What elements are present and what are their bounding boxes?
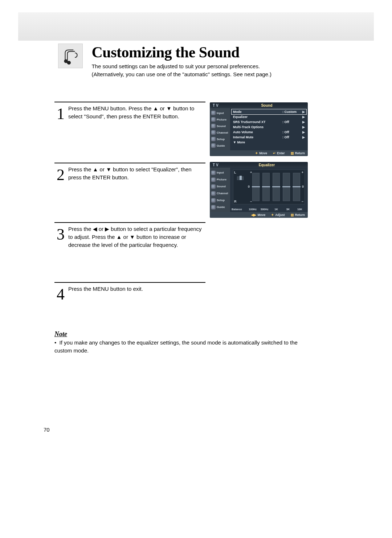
input-icon — [211, 111, 216, 115]
sidebar-item-picture[interactable]: Picture — [210, 178, 230, 182]
return-icon: ▥ — [291, 151, 294, 155]
chevron-right-icon: ▶ — [302, 125, 305, 129]
step: 3 Press the ◀ or ▶ button to select a pa… — [54, 225, 205, 249]
chevron-right-icon: ▶ — [302, 135, 305, 139]
osd-sound-menu: T V Sound Input Picture Sound Channel Se… — [210, 102, 308, 156]
menu-row-mode[interactable]: Mode: Custom▶ — [232, 109, 306, 114]
guide-icon — [211, 143, 216, 148]
step: 1 Press the MENU button. Press the ▲ or … — [54, 105, 205, 122]
step-rule — [54, 282, 205, 283]
minus-icon: − — [302, 200, 303, 203]
sound-section-icon — [58, 44, 83, 68]
osd-sidebar: Input Picture Sound Channel Setup Guide — [210, 108, 230, 150]
enter-icon: ↵ — [273, 151, 276, 155]
sidebar-item-sound[interactable]: Sound — [210, 124, 230, 128]
guide-icon — [211, 205, 216, 209]
step: 2 Press the ▲ or ▼ button to select "Equ… — [54, 166, 205, 183]
page: Customizing the Sound The sound settings… — [0, 0, 392, 538]
osd-tv-label: T V — [210, 103, 233, 107]
osd-footer: ◀▶Move ✦Adjust ▥Return — [210, 212, 308, 218]
setup-icon — [211, 137, 216, 141]
note-heading: Note — [54, 330, 312, 338]
footer-adjust: ✦Adjust — [271, 213, 285, 217]
menu-row-srs[interactable]: SRS TruSurround XT: Off▶ — [232, 119, 306, 125]
page-subtitle: The sound settings can be adjusted to su… — [91, 62, 271, 78]
balance-knob — [240, 176, 242, 180]
step: 4 Press the MENU button to exit. — [54, 285, 205, 302]
menu-row-internalmute[interactable]: Internal Mute: Off▶ — [232, 135, 306, 140]
equalizer-chart[interactable]: L R + + − − 0 0 — [233, 170, 305, 204]
chevron-right-icon: ▶ — [302, 110, 305, 114]
step-number: 4 — [54, 286, 67, 302]
balance-label: Balance — [232, 208, 247, 211]
eq-bar-100hz[interactable] — [252, 173, 260, 201]
minus-icon: − — [250, 200, 252, 203]
step-number: 1 — [54, 106, 67, 122]
step-rule — [54, 102, 205, 102]
chevron-right-icon: ▶ — [302, 120, 305, 124]
eq-bar-3k[interactable] — [283, 173, 290, 201]
note-block: Note • If you make any changes to the eq… — [54, 330, 312, 355]
updown-icon: ✦ — [255, 151, 258, 155]
osd-main-panel: Mode: Custom▶ Equalizer▶ SRS TruSurround… — [230, 108, 308, 150]
eq-slider-handle — [282, 186, 290, 187]
return-icon: ▥ — [291, 213, 294, 217]
eq-axis-labels: Balance 100Hz 300Hz 1K 3K 10K — [232, 208, 306, 211]
balance-slider[interactable] — [235, 174, 246, 196]
step-number: 3 — [54, 227, 67, 242]
sidebar-item-picture[interactable]: Picture — [210, 117, 230, 122]
menu-row-equalizer[interactable]: Equalizer▶ — [232, 114, 306, 119]
sound-icon — [211, 184, 216, 189]
menu-row-more[interactable]: ▼ More — [232, 140, 306, 145]
eq-bars — [252, 173, 300, 201]
osd-sidebar: Input Picture Sound Channel Setup Guide — [210, 168, 230, 212]
osd-title: Equalizer — [233, 163, 301, 167]
step-rule — [54, 222, 205, 223]
eq-slider-handle — [272, 186, 280, 187]
sidebar-item-channel[interactable]: Channel — [210, 191, 230, 196]
svg-rect-0 — [58, 44, 82, 68]
sidebar-item-channel[interactable]: Channel — [210, 130, 230, 135]
updown-icon: ✦ — [271, 213, 274, 217]
channel-icon — [211, 130, 216, 135]
osd-footer: ✦Move ↵Enter ▥Return — [210, 150, 308, 156]
eq-bar-10k[interactable] — [293, 173, 300, 201]
footer-move: ◀▶Move — [251, 213, 265, 217]
sidebar-item-sound[interactable]: Sound — [210, 184, 230, 189]
header-gradient-bar — [18, 12, 374, 41]
osd-tv-label: T V — [210, 163, 233, 167]
header: Customizing the Sound The sound settings… — [58, 44, 341, 78]
page-number: 70 — [44, 427, 50, 433]
balance-left-label: L — [234, 171, 236, 174]
sidebar-item-input[interactable]: Input — [210, 111, 230, 115]
sound-icon — [211, 124, 216, 128]
step-body: Press the MENU button to exit. — [68, 285, 205, 293]
menu-row-autovolume[interactable]: Auto Volume: Off▶ — [232, 130, 306, 135]
steps-list: 1 Press the MENU button. Press the ▲ or … — [54, 102, 205, 317]
sidebar-item-guide[interactable]: Guide — [210, 143, 230, 148]
zero-label: 0 — [302, 185, 304, 188]
step-body: Press the MENU button. Press the ▲ or ▼ … — [68, 105, 205, 121]
setup-icon — [211, 198, 216, 203]
footer-enter: ↵Enter — [273, 151, 285, 155]
plus-icon: + — [250, 171, 252, 174]
zero-label: 0 — [248, 185, 250, 188]
eq-slider-handle — [293, 186, 301, 187]
sidebar-item-setup[interactable]: Setup — [210, 198, 230, 203]
sidebar-item-setup[interactable]: Setup — [210, 137, 230, 141]
plus-icon: + — [302, 171, 303, 174]
eq-bar-300hz[interactable] — [262, 173, 270, 201]
footer-return: ▥Return — [291, 151, 305, 155]
chevron-right-icon: ▶ — [302, 115, 305, 119]
footer-move: ✦Move — [255, 151, 267, 155]
menu-row-multitrack[interactable]: Multi-Track Options▶ — [232, 125, 306, 130]
svg-point-2 — [67, 61, 71, 64]
balance-right-label: R — [234, 200, 237, 203]
leftright-icon: ◀▶ — [251, 213, 256, 217]
eq-bar-1k[interactable] — [273, 173, 280, 201]
sidebar-item-guide[interactable]: Guide — [210, 205, 230, 209]
sidebar-item-input[interactable]: Input — [210, 171, 230, 175]
channel-icon — [211, 191, 216, 196]
input-icon — [211, 171, 216, 175]
picture-icon — [211, 117, 216, 122]
